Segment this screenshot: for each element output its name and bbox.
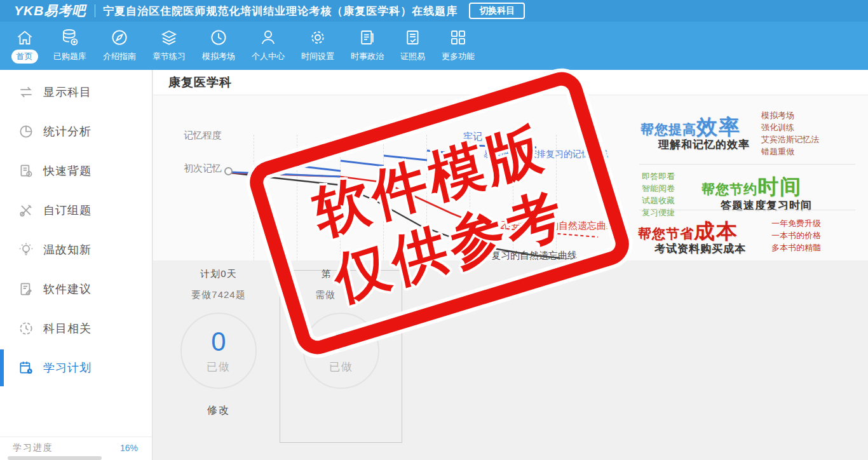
promo-list-item: 一年免费升级 [771, 217, 821, 229]
subject-icon [18, 320, 34, 337]
promo-time-title: 帮您节约时间 [702, 173, 802, 201]
sidebar-item-label: 统计分析 [43, 124, 92, 139]
titlebar: YKB易考吧 宁夏自治区住院医师规范化培训结业理论考核（康复医学科）在线题库 切… [0, 0, 868, 22]
toolbar-item-mock-exam[interactable]: 模拟考场 [194, 28, 243, 64]
toolbar-item-more-features[interactable]: 更多功能 [433, 28, 483, 64]
pie-icon [18, 123, 34, 140]
promo-time-list: 即答即看 智能阅卷 试题收藏 复习便捷 [642, 170, 675, 219]
plan-done-circle: 0 已做 [180, 313, 257, 389]
bulb-icon [18, 241, 34, 258]
promo-divider [639, 210, 855, 210]
plan-card-total: 计划0天 要做7424题 0 已做 修改 [171, 268, 266, 417]
app-title: 宁夏自治区住院医师规范化培训结业理论考核（康复医学科）在线题库 [103, 4, 458, 18]
compass-icon [110, 28, 129, 47]
study-progress-label: 学习进度 [13, 442, 53, 454]
today-done-label: 已做 [329, 360, 353, 374]
promo-list-item: 即答即看 [642, 170, 675, 182]
sidebar-item-study-plan[interactable]: 学习计划 [0, 348, 152, 388]
today-day-label: 第 [294, 268, 389, 280]
switch-subject-button[interactable]: 切换科目 [469, 3, 525, 19]
today-need-label: 需做 [294, 289, 389, 301]
app-window: YKB易考吧 宁夏自治区住院医师规范化培训结业理论考核（康复医学科）在线题库 切… [0, 0, 868, 460]
promo-list-item: 模拟考场 [761, 109, 819, 121]
sidebar-item-statistics[interactable]: 统计分析 [0, 112, 152, 151]
promo-panel: 帮您提高效率 理解和记忆的效率 模拟考场 强化训练 艾宾浩斯记忆法 错题重做 即… [627, 95, 868, 260]
sidebar-item-software-feedback[interactable]: 软件建议 [0, 269, 152, 309]
toolbar-item-label: 时间设置 [296, 50, 339, 64]
toolbar-item-user-center[interactable]: 个人中心 [243, 28, 293, 64]
promo-efficiency-subtitle: 理解和记忆的效率 [658, 137, 750, 152]
promo-divider [639, 164, 855, 165]
sidebar-item-label: 软件建议 [43, 281, 92, 297]
toolbar-item-chapter-practice[interactable]: 章节练习 [144, 28, 194, 64]
sidebar-item-label: 学习计划 [43, 360, 92, 375]
flash-book-icon [18, 163, 34, 179]
study-progress-bar [8, 456, 102, 460]
toolbar-item-certificates[interactable]: 证照易 [392, 28, 433, 64]
natural-forget-curve-label: 不安排复习的自然遗忘曲线 [501, 220, 616, 232]
study-progress-value: 16% [120, 443, 138, 453]
plan-days-label: 计划0天 [171, 268, 266, 280]
plan-done-label: 已做 [207, 360, 231, 374]
layers-icon [159, 28, 179, 47]
database-icon [60, 28, 79, 47]
promo-list-item: 一本书的价格 [771, 229, 821, 241]
feedback-icon [18, 281, 34, 297]
toolbar-item-home[interactable]: 首页 [4, 28, 45, 64]
promo-cost-subtitle: 考试资料购买成本 [654, 241, 746, 256]
curve-start-marker [224, 167, 233, 175]
main-content: 康复医学科 [153, 70, 868, 460]
certificate-icon [403, 28, 423, 47]
app-logo: YKB易考吧 [14, 2, 86, 20]
plan-total-label: 要做7424题 [171, 289, 266, 301]
modify-plan-button[interactable]: 修改 [207, 404, 230, 417]
toolbar-item-label: 章节练习 [147, 50, 191, 64]
sidebar-item-show-subjects[interactable]: 显示科目 [0, 72, 152, 112]
subject-title: 康复医学科 [168, 74, 232, 91]
toolbar-item-intro-guide[interactable]: 介绍指南 [95, 28, 144, 64]
toolbar-item-label: 证照易 [395, 50, 430, 64]
subject-header: 康复医学科 [153, 70, 868, 95]
today-done-count: 0 [334, 328, 348, 356]
main-toolbar: 首页 已购题库 介绍指南 章节练习 模拟考场 个人中心 时间设置 时事政治 [0, 22, 868, 70]
promo-list-item: 强化训练 [761, 121, 819, 133]
toolbar-item-time-settings[interactable]: 时间设置 [293, 28, 342, 64]
toolbar-item-label: 模拟考场 [197, 50, 240, 64]
sidebar-item-label: 显示科目 [43, 85, 92, 100]
sidebar-item-subject-related[interactable]: 科目相关 [0, 309, 152, 348]
toolbar-item-label: 个人中心 [247, 50, 290, 64]
tools-icon [18, 202, 34, 219]
sidebar-item-label: 自订组题 [43, 203, 92, 218]
sidebar-item-label: 温故知新 [43, 242, 92, 257]
plan-card-today: 第 需做 0 已做 [294, 268, 389, 389]
sidebar-item-custom-quiz[interactable]: 自订组题 [0, 191, 152, 230]
plan-section: 计划0天 要做7424题 0 已做 修改 第 需做 0 已做 [153, 260, 868, 460]
y-axis-label: 记忆程度 [184, 130, 222, 142]
plan-done-count: 0 [211, 328, 226, 356]
sidebar-item-review-old[interactable]: 温故知新 [0, 230, 152, 269]
today-done-circle: 0 已做 [303, 313, 379, 389]
sidebar-item-quick-memorize[interactable]: 快速背题 [0, 151, 152, 191]
promo-list-item: 试题收藏 [642, 194, 675, 206]
promo-list-item: 多本书的精髓 [771, 241, 821, 254]
toolbar-item-label: 首页 [11, 50, 38, 64]
toolbar-item-label: 更多功能 [437, 50, 480, 64]
gear-icon [308, 28, 327, 47]
plan-icon [18, 360, 34, 376]
user-icon [259, 28, 278, 47]
memory-curve-panel: 记忆程度 初次记忆 牢记 易考吧帮您安排复习的记忆曲线 不安排复习的自然遗忘曲线… [153, 95, 868, 260]
news-icon [358, 28, 377, 47]
promo-cost-list: 一年免费升级 一本书的价格 多本书的精髓 [771, 217, 821, 254]
toolbar-item-label: 已购题库 [48, 50, 92, 64]
toolbar-item-label: 时事政治 [346, 50, 389, 64]
promo-efficiency-list: 模拟考场 强化训练 艾宾浩斯记忆法 错题重做 [761, 109, 819, 158]
sidebar: 显示科目 统计分析 快速背题 自订组题 温故知新 软件建议 科目相关 学习计划 [0, 70, 153, 460]
promo-time-subtitle: 答题速度复习时间 [721, 198, 812, 213]
toolbar-item-current-politics[interactable]: 时事政治 [342, 28, 392, 64]
toolbar-item-purchased-banks[interactable]: 已购题库 [45, 28, 95, 64]
review-curve-label: 易考吧帮您安排复习的记忆曲线 [484, 149, 608, 160]
toolbar-item-label: 介绍指南 [98, 50, 141, 64]
clock-icon [209, 28, 228, 47]
study-progress: 学习进度 16% [0, 436, 152, 454]
promo-list-item: 智能阅卷 [642, 182, 675, 194]
